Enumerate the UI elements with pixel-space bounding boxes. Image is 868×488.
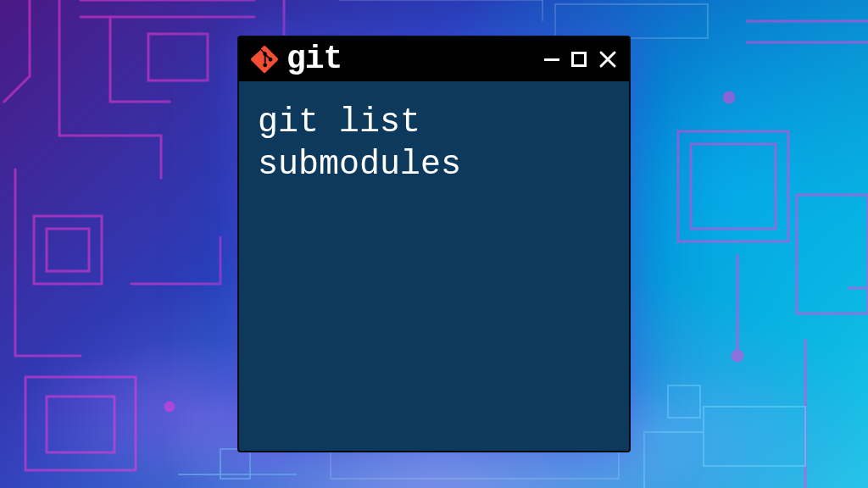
svg-rect-16 [668, 385, 700, 418]
close-button[interactable] [598, 50, 617, 69]
svg-rect-1 [34, 216, 102, 284]
terminal-window: git git list submodules [237, 36, 631, 452]
maximize-button[interactable] [571, 52, 587, 67]
title-bar[interactable]: git [239, 37, 629, 81]
window-title: git [287, 43, 342, 75]
svg-rect-9 [691, 144, 776, 229]
svg-rect-3 [25, 377, 136, 470]
svg-point-11 [724, 92, 734, 103]
svg-rect-15 [704, 407, 805, 466]
svg-rect-10 [797, 195, 868, 313]
git-logo-icon [251, 46, 278, 73]
svg-rect-6 [555, 4, 708, 38]
terminal-body[interactable]: git list submodules [239, 81, 629, 451]
svg-point-12 [732, 351, 743, 361]
svg-rect-0 [148, 34, 208, 80]
terminal-content: git list submodules [258, 103, 461, 184]
svg-point-5 [165, 402, 174, 411]
svg-rect-4 [47, 396, 114, 452]
window-controls [544, 50, 617, 69]
svg-rect-8 [678, 131, 788, 241]
title-bar-left: git [251, 43, 342, 75]
svg-rect-2 [47, 229, 89, 271]
minimize-button[interactable] [544, 58, 559, 61]
